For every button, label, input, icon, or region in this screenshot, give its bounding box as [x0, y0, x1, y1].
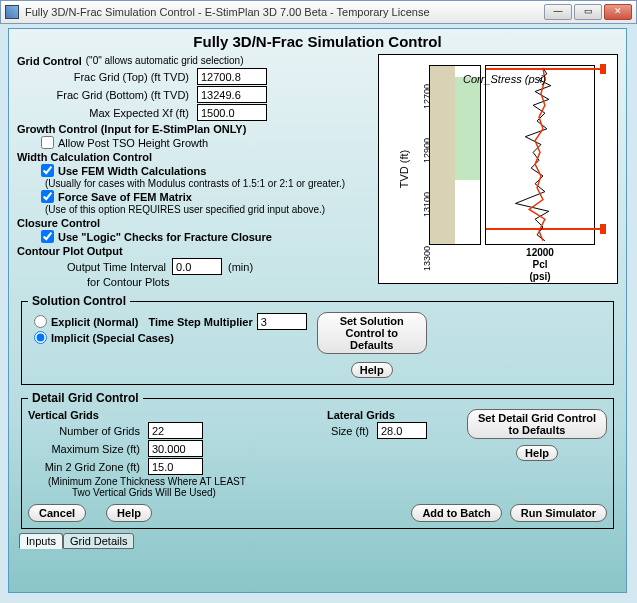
force-save-checkbox[interactable]	[41, 190, 54, 203]
max-xf-input[interactable]	[197, 104, 267, 121]
use-logic-checkbox[interactable]	[41, 230, 54, 243]
detail-defaults-button[interactable]: Set Detail Grid Control to Defaults	[467, 409, 607, 439]
max-size-label: Maximum Size (ft)	[28, 443, 148, 455]
app-icon	[5, 5, 19, 19]
min2-input[interactable]	[148, 458, 203, 475]
chart-xtick: 12000	[526, 247, 554, 258]
min2-note2: Two Vertical Grids Will Be Used)	[28, 487, 317, 498]
solution-control-legend: Solution Control	[28, 294, 130, 308]
use-fem-note: (Usually for cases with Modulus contrast…	[17, 178, 370, 189]
max-xf-label: Max Expected Xf (ft)	[17, 107, 197, 119]
chart-yticks: 12700 12900 13100 13300	[411, 65, 427, 245]
interval-label: Output Time Interval	[67, 261, 172, 273]
drag-handle-icon[interactable]	[600, 64, 606, 74]
use-fem-label: Use FEM Width Calculations	[58, 165, 206, 177]
close-button[interactable]: ✕	[604, 4, 632, 20]
lat-heading: Lateral Grids	[327, 409, 395, 421]
tab-grid-details[interactable]: Grid Details	[63, 533, 134, 549]
help-button[interactable]: Help	[106, 504, 152, 522]
min2-note1: (Minimum Zone Thickness Where AT LEAST	[28, 476, 317, 487]
page-title: Fully 3D/N-Frac Simulation Control	[17, 33, 618, 50]
chart-stress-box: 12000 Pcl (psi)	[485, 65, 595, 245]
titlebar: Fully 3D/N-Frac Simulation Control - E-S…	[0, 0, 637, 24]
detail-grid-group: Detail Grid Control Vertical Grids Numbe…	[21, 391, 614, 529]
frac-bot-input[interactable]	[197, 86, 267, 103]
detail-grid-legend: Detail Grid Control	[28, 391, 143, 405]
contour-output-heading: Contour Plot Output	[17, 245, 370, 257]
window-title: Fully 3D/N-Frac Simulation Control - E-S…	[25, 6, 544, 18]
force-save-label: Force Save of FEM Matrix	[58, 191, 192, 203]
dialog-panel: Fully 3D/N-Frac Simulation Control Grid …	[8, 28, 627, 593]
interval-sub: for Contour Plots	[17, 276, 370, 288]
chart-title: Corr_Stress (psi)	[463, 73, 546, 85]
tab-inputs[interactable]: Inputs	[19, 533, 63, 549]
interval-input[interactable]	[172, 258, 222, 275]
minimize-button[interactable]: —	[544, 4, 572, 20]
stress-trace	[486, 66, 594, 243]
allow-tso-checkbox[interactable]	[41, 136, 54, 149]
chart-litho-box	[429, 65, 481, 245]
stress-chart: TVD (ft) 12700 12900 13100 13300	[378, 54, 618, 284]
run-simulator-button[interactable]: Run Simulator	[510, 504, 607, 522]
chart-ylabel: TVD (ft)	[398, 150, 410, 189]
explicit-label: Explicit (Normal)	[51, 316, 138, 328]
max-size-input[interactable]	[148, 440, 203, 457]
force-save-note: (Use of this option REQUIRES user specif…	[17, 204, 370, 215]
cancel-button[interactable]: Cancel	[28, 504, 86, 522]
interval-unit: (min)	[222, 261, 253, 273]
use-fem-checkbox[interactable]	[41, 164, 54, 177]
solution-help-button[interactable]: Help	[351, 362, 393, 378]
solution-defaults-button[interactable]: Set Solution Control to Defaults	[317, 312, 427, 354]
frac-bot-label: Frac Grid (Bottom) (ft TVD)	[17, 89, 197, 101]
frac-top-input[interactable]	[197, 68, 267, 85]
allow-tso-label: Allow Post TSO Height Growth	[58, 137, 208, 149]
detail-help-button[interactable]: Help	[516, 445, 558, 461]
use-logic-label: Use "Logic" Checks for Fracture Closure	[58, 231, 272, 243]
vert-heading: Vertical Grids	[28, 409, 99, 421]
maximize-button[interactable]: ▭	[574, 4, 602, 20]
solution-control-group: Solution Control Explicit (Normal) Time …	[21, 294, 614, 385]
closure-control-heading: Closure Control	[17, 217, 370, 229]
min2-label: Min 2 Grid Zone (ft)	[28, 461, 148, 473]
width-control-heading: Width Calculation Control	[17, 151, 370, 163]
implicit-label: Implicit (Special Cases)	[51, 332, 174, 344]
drag-handle-icon[interactable]	[600, 224, 606, 234]
lat-size-label: Size (ft)	[327, 425, 377, 437]
num-grids-label: Number of Grids	[28, 425, 148, 437]
add-to-batch-button[interactable]: Add to Batch	[411, 504, 501, 522]
lat-size-input[interactable]	[377, 422, 427, 439]
chart-xlabel1: Pcl	[532, 259, 547, 270]
multiplier-input[interactable]	[257, 313, 307, 330]
multiplier-label: Time Step Multiplier	[148, 316, 252, 328]
num-grids-input[interactable]	[148, 422, 203, 439]
explicit-radio[interactable]	[34, 315, 47, 328]
grid-control-hint: ("0" allows automatic grid selection)	[86, 55, 244, 66]
grid-control-heading: Grid Control	[17, 55, 82, 67]
implicit-radio[interactable]	[34, 331, 47, 344]
growth-control-heading: Growth Control (Input for E-StimPlan ONL…	[17, 123, 370, 135]
frac-top-label: Frac Grid (Top) (ft TVD)	[17, 71, 197, 83]
chart-xlabel2: (psi)	[529, 271, 550, 282]
